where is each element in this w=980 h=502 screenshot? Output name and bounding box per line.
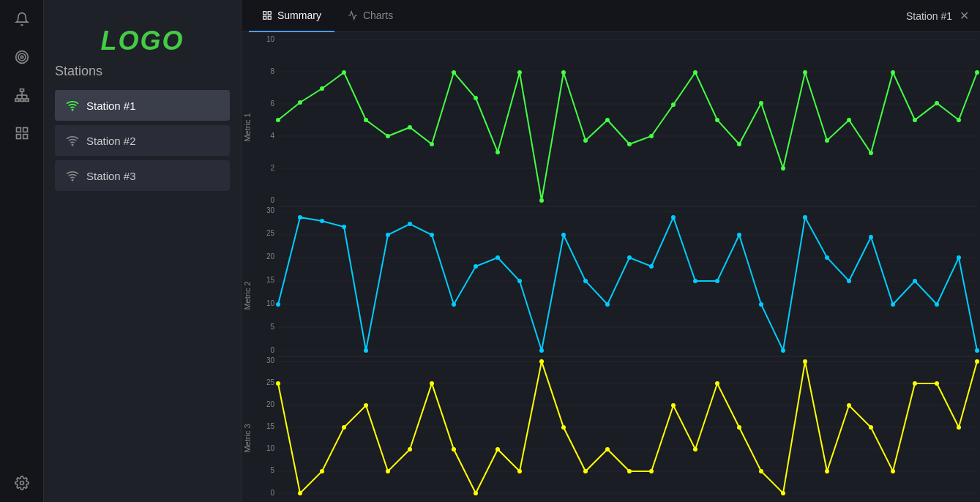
svg-point-150 [693, 447, 697, 452]
svg-point-96 [539, 348, 544, 353]
sidebar: Stations Station #1 Station #2 Station #… [44, 0, 242, 502]
svg-point-158 [869, 425, 873, 430]
svg-point-48 [517, 70, 522, 75]
svg-point-139 [452, 447, 456, 452]
svg-point-58 [737, 142, 741, 146]
tab-charts-label: Charts [363, 10, 393, 21]
svg-point-60 [781, 166, 785, 171]
station-label-1: Station #1 [86, 100, 136, 112]
apps-icon[interactable] [10, 121, 34, 145]
svg-point-146 [605, 447, 610, 452]
svg-point-65 [891, 70, 895, 75]
svg-point-64 [869, 151, 873, 155]
svg-point-106 [759, 302, 763, 307]
svg-point-136 [386, 469, 390, 473]
svg-rect-13 [23, 128, 27, 132]
svg-point-97 [561, 233, 566, 237]
svg-point-47 [495, 150, 500, 154]
svg-text:10: 10 [266, 444, 275, 452]
svg-text:0: 0 [270, 346, 274, 354]
svg-point-152 [737, 425, 741, 430]
svg-rect-6 [25, 99, 29, 101]
svg-text:5: 5 [270, 323, 274, 331]
svg-point-108 [803, 215, 807, 220]
svg-point-68 [957, 118, 961, 122]
svg-point-153 [759, 469, 763, 473]
station-label-2: Station #2 [86, 135, 136, 147]
wifi-icon-2 [66, 134, 79, 147]
svg-point-156 [825, 469, 829, 473]
svg-point-133 [320, 469, 324, 473]
svg-point-86 [320, 219, 324, 223]
tab-summary[interactable]: Summary [249, 0, 334, 32]
svg-point-142 [517, 469, 522, 473]
hierarchy-icon[interactable] [10, 83, 34, 107]
station-item-3[interactable]: Station #3 [55, 160, 230, 191]
svg-point-137 [408, 447, 412, 452]
svg-point-85 [298, 215, 302, 220]
svg-rect-14 [16, 135, 20, 139]
active-station-label: Station #1 [906, 10, 952, 22]
station-item-1[interactable]: Station #1 [55, 90, 230, 121]
svg-point-50 [561, 70, 566, 75]
svg-point-46 [474, 96, 478, 100]
charts-icon [348, 10, 358, 20]
svg-point-43 [408, 125, 412, 130]
svg-point-49 [539, 198, 544, 203]
svg-point-154 [781, 491, 785, 495]
svg-point-52 [605, 118, 610, 122]
svg-point-100 [627, 255, 632, 260]
svg-point-38 [298, 100, 302, 105]
svg-point-95 [517, 279, 522, 283]
svg-point-99 [605, 302, 610, 307]
svg-point-59 [759, 101, 763, 105]
svg-text:8: 8 [270, 67, 274, 75]
svg-text:25: 25 [266, 229, 275, 237]
svg-point-147 [627, 469, 632, 473]
svg-point-1 [18, 53, 26, 61]
svg-text:15: 15 [266, 422, 275, 430]
svg-point-69 [975, 70, 979, 75]
svg-point-115 [957, 255, 961, 260]
svg-text:20: 20 [266, 400, 275, 408]
icon-bar [0, 0, 44, 502]
station-item-2[interactable]: Station #2 [55, 125, 230, 156]
svg-rect-12 [16, 128, 20, 132]
svg-point-16 [20, 482, 23, 485]
svg-point-102 [671, 215, 676, 220]
svg-point-92 [452, 302, 456, 307]
svg-point-131 [276, 381, 280, 386]
svg-point-89 [386, 233, 390, 237]
wifi-icon-3 [66, 169, 79, 182]
svg-point-101 [649, 264, 654, 269]
svg-point-134 [342, 425, 346, 430]
svg-point-91 [430, 233, 434, 237]
svg-point-144 [561, 425, 566, 430]
svg-rect-24 [242, 32, 980, 502]
svg-point-19 [72, 179, 73, 181]
svg-point-114 [935, 302, 939, 307]
svg-point-18 [72, 144, 73, 146]
svg-point-140 [474, 491, 478, 495]
svg-point-37 [276, 118, 280, 122]
main-charts-svg: Metric 1 0 2 4 6 8 10 [242, 32, 980, 502]
svg-point-132 [298, 491, 302, 495]
svg-point-161 [935, 381, 939, 386]
bell-icon[interactable] [10, 7, 34, 31]
charts-area: Metric 1 0 2 4 6 8 10 [242, 32, 980, 502]
svg-point-67 [935, 101, 939, 105]
svg-rect-15 [23, 135, 27, 139]
svg-text:10: 10 [266, 35, 275, 43]
svg-point-54 [649, 134, 654, 138]
svg-point-155 [803, 359, 807, 364]
sidebar-title: Stations [55, 64, 230, 79]
target-icon[interactable] [10, 45, 34, 69]
svg-point-44 [430, 142, 434, 146]
tab-charts[interactable]: Charts [334, 0, 406, 32]
svg-text:25: 25 [266, 378, 275, 386]
settings-icon[interactable] [10, 471, 34, 495]
svg-point-151 [715, 381, 719, 386]
close-tab-button[interactable]: ✕ [960, 9, 969, 23]
svg-point-143 [539, 359, 544, 364]
svg-point-93 [474, 264, 478, 269]
